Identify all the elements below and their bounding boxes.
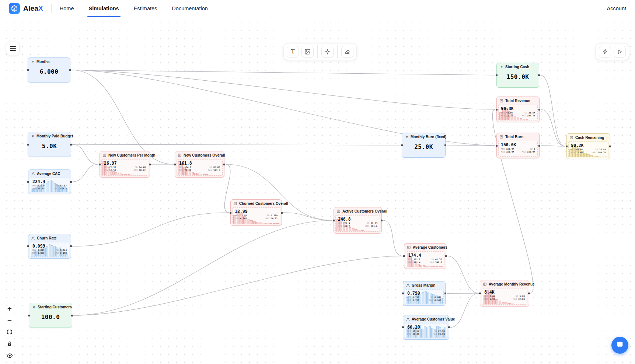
nav-item-documentation[interactable]: Documentation bbox=[172, 0, 208, 17]
node-average-customers[interactable]: Average Customers174.4MED 161.2MIN 121.4… bbox=[404, 243, 446, 269]
histogram-bar bbox=[425, 266, 428, 267]
node-total-revenue[interactable]: Total Revenue50.3KMED 48.0KMIN 11.7KSD 2… bbox=[496, 97, 540, 122]
canvas[interactable]: T bbox=[0, 17, 635, 364]
text-tool-button[interactable]: T bbox=[287, 46, 299, 58]
histogram-bar bbox=[593, 156, 596, 157]
left-handle[interactable] bbox=[27, 181, 29, 183]
histogram-bar bbox=[183, 167, 186, 175]
fit-view-button[interactable] bbox=[5, 328, 14, 336]
histogram-bar bbox=[118, 173, 120, 175]
right-handle[interactable] bbox=[71, 315, 73, 316]
left-handle[interactable] bbox=[333, 220, 335, 221]
visibility-button[interactable] bbox=[5, 351, 14, 360]
right-handle[interactable] bbox=[445, 255, 447, 257]
left-handle[interactable] bbox=[230, 212, 231, 214]
right-handle[interactable] bbox=[538, 109, 540, 111]
left-handle[interactable] bbox=[496, 145, 498, 147]
left-handle[interactable] bbox=[27, 144, 29, 146]
right-handle[interactable] bbox=[444, 293, 446, 294]
left-handle[interactable] bbox=[566, 146, 568, 147]
left-handle[interactable] bbox=[27, 69, 29, 71]
node-total-burn[interactable]: Total Burn150.0KMED 150.0KMIN 150.0KSD 0… bbox=[496, 133, 540, 158]
histogram-bar bbox=[56, 184, 58, 192]
histogram-bar bbox=[63, 252, 66, 256]
node-starting-customers[interactable]: #Starting Customers100.0 bbox=[29, 303, 72, 328]
histogram-bar bbox=[415, 262, 417, 267]
quick-run-button[interactable] bbox=[599, 46, 611, 58]
right-handle[interactable] bbox=[149, 164, 151, 165]
node-active-customers-overall[interactable]: Active Customers Overall248.8MED 222.4MI… bbox=[334, 207, 382, 234]
node-monthly-paid-budget[interactable]: #Monthly Paid Budget5.0K bbox=[28, 132, 71, 157]
node-new-customers-overall[interactable]: New Customers Overall161.8MED 134.0MIN 7… bbox=[175, 151, 224, 178]
left-handle[interactable] bbox=[479, 293, 481, 294]
node-gross-margin[interactable]: Gross Margin0.799MED 0.798MIN 0.700SD 0.… bbox=[403, 281, 446, 306]
right-handle[interactable] bbox=[281, 212, 283, 214]
canvas-menu-button[interactable] bbox=[6, 42, 20, 55]
node-churned-customers-overall[interactable]: Churned Customers Overall12.99MED 11.98M… bbox=[230, 199, 282, 226]
left-handle[interactable] bbox=[99, 164, 101, 165]
right-handle[interactable] bbox=[70, 245, 72, 247]
node-churn-rate[interactable]: Churn Rate0.099MED 0.099MIN 0.050SD 0.02… bbox=[28, 234, 71, 259]
left-handle[interactable] bbox=[28, 315, 30, 316]
left-handle[interactable] bbox=[496, 109, 498, 111]
histogram-bar bbox=[60, 186, 62, 192]
eraser-tool-button[interactable] bbox=[341, 46, 353, 58]
right-handle[interactable] bbox=[444, 144, 446, 146]
node-new-customers-per-month[interactable]: New Customers Per Month26.97MED 22.33MIN… bbox=[100, 151, 150, 178]
left-handle[interactable] bbox=[27, 245, 29, 247]
left-handle[interactable] bbox=[174, 164, 176, 165]
right-handle[interactable] bbox=[448, 326, 450, 328]
node-average-cac[interactable]: Average CAC224.4MED 225.9MIN 58.04SD 83.… bbox=[28, 169, 71, 194]
node-months[interactable]: #Months6.000 bbox=[28, 57, 70, 83]
nav-item-label: Home bbox=[60, 6, 74, 11]
node-cash-remaining[interactable]: Cash Remaining50.2KMED 48.0KMIN 11.6KSD … bbox=[566, 133, 610, 159]
right-handle[interactable] bbox=[609, 146, 611, 147]
histogram-bar bbox=[233, 215, 236, 224]
nav-item-simulations[interactable]: Simulations bbox=[89, 0, 119, 17]
histogram-bar bbox=[137, 175, 140, 176]
chat-widget-button[interactable] bbox=[611, 337, 628, 354]
histogram-bar bbox=[120, 174, 122, 175]
left-handle[interactable] bbox=[402, 326, 404, 328]
right-handle[interactable] bbox=[381, 220, 383, 221]
distribution-icon bbox=[406, 318, 410, 321]
left-handle[interactable] bbox=[496, 74, 498, 76]
edge-monthly-paid-budget-to-monthly-burn-fixed bbox=[72, 144, 401, 145]
zoom-in-button[interactable]: + bbox=[5, 304, 14, 312]
node-header: Average Customers bbox=[404, 244, 446, 250]
histogram-bar bbox=[112, 171, 115, 175]
right-handle[interactable] bbox=[223, 164, 225, 165]
left-handle[interactable] bbox=[403, 255, 405, 257]
ai-sparkle-button[interactable] bbox=[321, 46, 334, 58]
histogram-bars bbox=[483, 289, 526, 304]
histogram-bar bbox=[64, 186, 66, 192]
node-starting-cash[interactable]: #Starting Cash150.0K bbox=[496, 63, 539, 88]
right-handle[interactable] bbox=[528, 293, 530, 294]
left-handle[interactable] bbox=[402, 293, 404, 294]
lock-button[interactable] bbox=[5, 340, 14, 348]
right-handle[interactable] bbox=[69, 69, 71, 71]
brand[interactable]: AleaX bbox=[9, 3, 43, 14]
nav-item-home[interactable]: Home bbox=[60, 0, 74, 17]
nav-item-estimates[interactable]: Estimates bbox=[134, 0, 157, 17]
right-handle[interactable] bbox=[538, 145, 540, 147]
histogram-chart: 150.0KMED 150.0KMIN 150.0KSD 0MAX 150.0K bbox=[498, 141, 538, 157]
zoom-out-button[interactable]: − bbox=[5, 316, 14, 324]
histogram-bar bbox=[43, 182, 45, 192]
play-button[interactable] bbox=[614, 46, 626, 58]
left-handle[interactable] bbox=[401, 144, 403, 146]
canvas-toolbar: T bbox=[283, 43, 357, 60]
right-handle[interactable] bbox=[70, 181, 72, 183]
node-average-monthly-revenue[interactable]: Average Monthly Revenue8.4KMED 8.0KMIN 1… bbox=[480, 280, 529, 307]
histogram-bar bbox=[444, 327, 446, 337]
account-link[interactable]: Account bbox=[607, 6, 626, 11]
node-average-customer-value[interactable]: Average Customer Value60.10MED 60.62MIN … bbox=[403, 315, 449, 340]
histogram-bar bbox=[520, 118, 522, 120]
image-tool-button[interactable] bbox=[301, 46, 314, 58]
histogram-bars bbox=[406, 290, 443, 304]
node-monthly-burn-fixed[interactable]: #Monthly Burn (fixed)25.0K bbox=[402, 133, 446, 158]
histogram-bar bbox=[441, 266, 443, 267]
right-handle[interactable] bbox=[70, 144, 72, 146]
node-title: Monthly Paid Budget bbox=[36, 134, 73, 138]
right-handle[interactable] bbox=[538, 74, 540, 76]
